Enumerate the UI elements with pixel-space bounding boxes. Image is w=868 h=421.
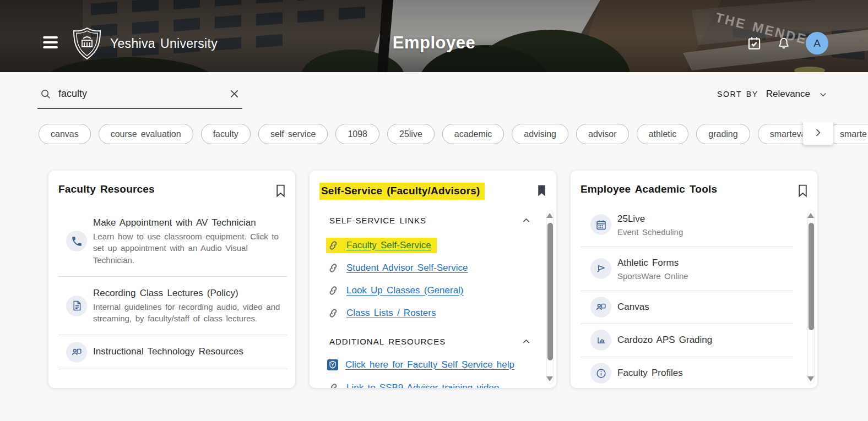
- scrollbar[interactable]: [807, 210, 815, 384]
- search-row: faculty SORT BY Relevance: [0, 72, 868, 116]
- tool-item[interactable]: 25Live Event Scheduling: [581, 203, 793, 247]
- filter-chip[interactable]: canvas: [39, 124, 91, 144]
- chevron-up-icon[interactable]: [520, 336, 532, 347]
- bell-icon[interactable]: [776, 36, 791, 51]
- link-faculty-help[interactable]: Click here for Faculty Self Service help: [345, 359, 514, 370]
- card-self-service: Self-Service (Faculty/Advisors) SELF-SER…: [310, 171, 556, 388]
- resource-item[interactable]: Recording Class Lectures (Policy) Intern…: [58, 277, 287, 336]
- scroll-up-arrow[interactable]: [546, 213, 553, 218]
- link-row[interactable]: Faculty Self-Service: [326, 238, 546, 253]
- scroll-down-arrow[interactable]: [546, 376, 553, 381]
- yu-shield-logo-icon: [72, 26, 102, 61]
- link-student-advisor[interactable]: Student Advisor Self-Service: [346, 263, 468, 274]
- instructor-icon: [66, 342, 87, 363]
- card-title-highlighted: Self-Service (Faculty/Advisors): [319, 183, 485, 200]
- tool-item[interactable]: Cardozo APS Grading: [581, 324, 793, 357]
- resource-title: Make Appointment with AV Technician: [93, 217, 283, 229]
- link-icon: [327, 285, 339, 297]
- phone-icon: [66, 231, 87, 251]
- avatar[interactable]: A: [806, 32, 828, 54]
- filter-chip[interactable]: advising: [512, 124, 568, 144]
- link-row[interactable]: Look Up Classes (General): [326, 283, 546, 298]
- tool-title: Canvas: [617, 301, 649, 314]
- tool-title: Cardozo APS Grading: [617, 334, 712, 347]
- link-icon: [327, 307, 339, 319]
- scroll-up-arrow[interactable]: [807, 213, 814, 218]
- chevron-up-icon[interactable]: [520, 215, 532, 226]
- sort-by-dropdown[interactable]: SORT BY Relevance: [717, 89, 828, 100]
- section-label: ADDITIONAL RESOURCES: [329, 337, 446, 346]
- flag-icon: [590, 258, 611, 279]
- search-icon: [40, 88, 52, 100]
- bookmark-icon[interactable]: [797, 184, 809, 198]
- calendar-icon: [590, 214, 611, 235]
- link-row[interactable]: Click here for Faculty Self Service help: [326, 357, 546, 373]
- resource-description: Learn how to use classroom equipment. Cl…: [93, 231, 283, 266]
- scrollbar-thumb[interactable]: [809, 223, 814, 330]
- brand: Yeshiva University: [72, 26, 218, 61]
- info-icon: [590, 363, 611, 384]
- link-look-up-classes[interactable]: Look Up Classes (General): [346, 285, 464, 296]
- card-faculty-resources: Faculty Resources Make Appointment with …: [48, 171, 295, 388]
- filter-chip[interactable]: academic: [442, 124, 504, 144]
- tool-subtitle: Event Scheduling: [617, 227, 683, 237]
- link-row[interactable]: Class Lists / Rosters: [326, 305, 546, 321]
- link-row[interactable]: Student Advisor Self-Service: [326, 260, 546, 276]
- instructor-icon: [590, 297, 611, 318]
- section-self-service-links: SELF-SERVICE LINKS: [329, 213, 532, 228]
- resource-title: Instructional Technology Resources: [93, 346, 243, 358]
- calendar-check-icon[interactable]: [746, 36, 762, 51]
- chips-scroll-next-button[interactable]: [802, 122, 833, 145]
- tool-item[interactable]: Canvas: [581, 291, 793, 324]
- document-icon: [66, 296, 87, 316]
- filter-chip[interactable]: smarte: [828, 124, 868, 144]
- clear-icon[interactable]: [229, 88, 240, 100]
- tool-item[interactable]: Faculty Profiles: [581, 357, 793, 388]
- resource-item[interactable]: Instructional Technology Resources: [58, 335, 287, 369]
- link-faculty-self-service[interactable]: Faculty Self-Service: [346, 240, 431, 251]
- chevron-right-icon: [812, 127, 823, 138]
- search-input[interactable]: faculty: [37, 83, 242, 109]
- link-ssb9-training[interactable]: Link to SSB9 Advisor training video: [346, 382, 499, 388]
- filter-chip[interactable]: grading: [696, 124, 750, 144]
- brand-name[interactable]: Yeshiva University: [110, 36, 218, 51]
- link-icon: [327, 262, 339, 274]
- filter-chip[interactable]: faculty: [201, 124, 251, 144]
- filter-chip[interactable]: 1098: [335, 124, 379, 144]
- resource-item[interactable]: Make Appointment with AV Technician Lear…: [58, 206, 287, 277]
- sort-by-label: SORT BY: [717, 90, 758, 99]
- resource-title: Recording Class Lectures (Policy): [93, 287, 283, 300]
- scrollbar-thumb[interactable]: [547, 223, 553, 360]
- yu-favicon-icon: [327, 359, 338, 370]
- link-icon: [327, 382, 339, 388]
- filter-chip[interactable]: 25live: [387, 124, 435, 144]
- link-row[interactable]: Link to SSB9 Advisor training video: [326, 380, 546, 388]
- link-icon: [327, 239, 339, 251]
- scroll-down-arrow[interactable]: [807, 376, 814, 381]
- scrollbar[interactable]: [546, 210, 554, 384]
- tool-title: Faculty Profiles: [617, 367, 683, 380]
- card-title: Faculty Resources: [58, 183, 155, 196]
- filter-chip[interactable]: athletic: [637, 124, 689, 144]
- tool-item[interactable]: Athletic Forms SportsWare Online: [581, 247, 793, 291]
- chevron-down-icon: [818, 89, 828, 100]
- tool-subtitle: SportsWare Online: [617, 271, 688, 281]
- hero-header: THE MENDE Yeshiva University Employee: [0, 0, 868, 72]
- bookmark-filled-icon[interactable]: [536, 184, 547, 198]
- filter-chip[interactable]: self service: [258, 124, 328, 144]
- card-employee-academic-tools: Employee Academic Tools 25Live Event Sch…: [571, 171, 817, 388]
- link-class-lists[interactable]: Class Lists / Rosters: [346, 308, 436, 319]
- sort-by-value: Relevance: [766, 89, 810, 100]
- search-value: faculty: [58, 88, 222, 100]
- menu-icon[interactable]: [43, 36, 58, 48]
- tool-title: Athletic Forms: [617, 257, 688, 270]
- tool-title: 25Live: [617, 213, 683, 226]
- filter-chip[interactable]: advisor: [576, 124, 629, 144]
- section-label: SELF-SERVICE LINKS: [329, 216, 426, 225]
- card-title: Employee Academic Tools: [581, 183, 717, 196]
- section-additional-resources: ADDITIONAL RESOURCES: [329, 334, 532, 349]
- filter-chip[interactable]: course evaluation: [99, 124, 193, 144]
- filter-chips-row: canvas course evaluation faculty self se…: [0, 122, 868, 150]
- bar-chart-icon: [590, 330, 611, 351]
- bookmark-icon[interactable]: [275, 184, 286, 198]
